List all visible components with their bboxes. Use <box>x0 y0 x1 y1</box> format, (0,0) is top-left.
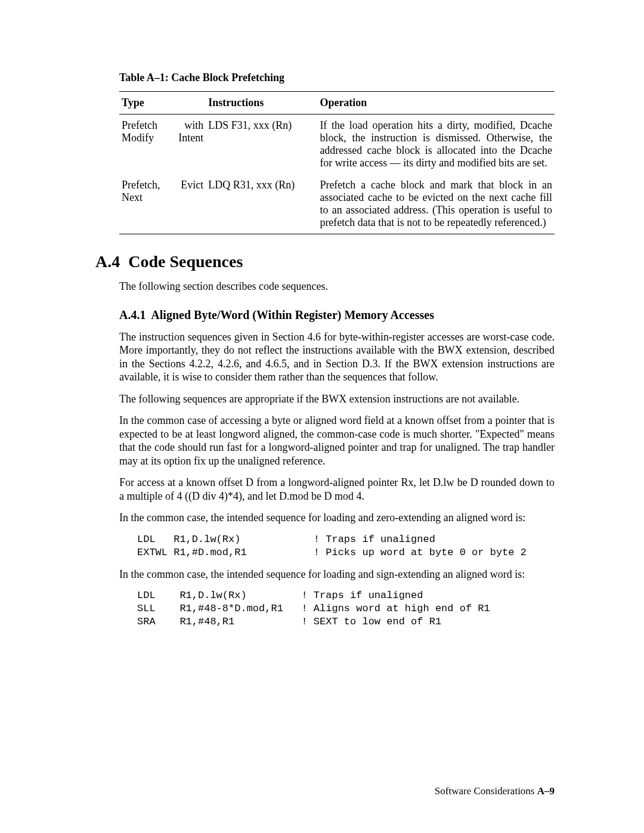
cell-instructions: LDQ R31, xxx (Rn) <box>206 174 317 234</box>
paragraph: The instruction sequences given in Secti… <box>119 330 555 384</box>
subsection-number: A.4.1 <box>119 308 145 321</box>
footer-page: A–9 <box>537 785 555 797</box>
paragraph: The following sequences are appropriate … <box>119 392 555 406</box>
cell-operation: If the load operation hits a dirty, modi… <box>317 114 555 175</box>
table-row: Prefetch, Evict Next LDQ R31, xxx (Rn) P… <box>119 174 555 234</box>
cache-prefetching-table: Type Instructions Operation Prefetch wit… <box>119 91 555 234</box>
th-operation: Operation <box>317 92 555 114</box>
cell-instructions: LDS F31, xxx (Rn) <box>206 114 317 175</box>
table-caption: Table A–1: Cache Block Prefetching <box>119 72 555 84</box>
section-heading: A.4 Code Sequences <box>95 252 555 271</box>
code-block: LDL R1,D.lw(Rx) ! Traps if unaligned SLL… <box>137 589 555 628</box>
cell-operation: Prefetch a cache block and mark that blo… <box>317 174 555 234</box>
code-block: LDL R1,D.lw(Rx) ! Traps if unaligned EXT… <box>137 533 555 559</box>
subsection-heading: A.4.1 Aligned Byte/Word (Within Register… <box>119 308 555 322</box>
footer-text: Software Considerations <box>435 785 535 797</box>
paragraph: For access at a known offset D from a lo… <box>119 476 555 503</box>
subsection-title: Aligned Byte/Word (Within Register) Memo… <box>151 308 434 321</box>
th-instructions: Instructions <box>206 92 317 114</box>
section-title: Code Sequences <box>128 252 243 271</box>
cell-type: Prefetch with Modify Intent <box>119 114 206 175</box>
section-intro: The following section describes code seq… <box>119 280 555 293</box>
page-footer: Software Considerations A–9 <box>435 785 555 797</box>
th-type: Type <box>119 92 206 114</box>
section-number: A.4 <box>95 252 120 271</box>
paragraph: In the common case of accessing a byte o… <box>119 414 555 467</box>
paragraph: In the common case, the intended sequenc… <box>119 511 555 525</box>
table-row: Prefetch with Modify Intent LDS F31, xxx… <box>119 114 555 175</box>
cell-type: Prefetch, Evict Next <box>119 174 206 234</box>
paragraph: In the common case, the intended sequenc… <box>119 568 555 581</box>
